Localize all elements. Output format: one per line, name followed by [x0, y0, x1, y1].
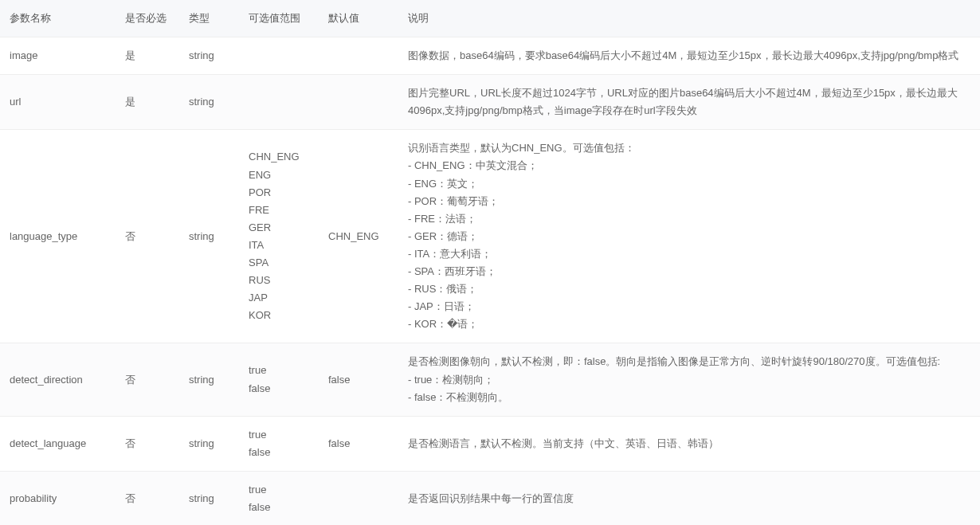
td-description: 是否检测语言，默认不检测。当前支持（中文、英语、日语、韩语） [398, 416, 980, 471]
th-default: 默认值 [319, 0, 398, 37]
th-values: 可选值范围 [239, 0, 319, 37]
td-default [319, 75, 398, 130]
td-description: 是否返回识别结果中每一行的置信度 [398, 471, 980, 525]
td-default: false [319, 343, 398, 416]
td-type: string [179, 75, 239, 130]
td-required: 否 [116, 416, 179, 471]
table-body: image是string图像数据，base64编码，要求base64编码后大小不… [0, 37, 980, 525]
td-values: true false [239, 471, 319, 525]
params-table: 参数名称 是否必选 类型 可选值范围 默认值 说明 image是string图像… [0, 0, 980, 525]
table-row: probability否stringtrue false是否返回识别结果中每一行… [0, 471, 980, 525]
table-row: image是string图像数据，base64编码，要求base64编码后大小不… [0, 37, 980, 75]
td-name: language_type [0, 130, 116, 343]
th-required: 是否必选 [116, 0, 179, 37]
td-values: true false [239, 343, 319, 416]
td-values: CHN_ENG ENG POR FRE GER ITA SPA RUS JAP … [239, 130, 319, 343]
td-type: string [179, 471, 239, 525]
table-row: url是string图片完整URL，URL长度不超过1024字节，URL对应的图… [0, 75, 980, 130]
td-name: url [0, 75, 116, 130]
td-default [319, 471, 398, 525]
td-values [239, 75, 319, 130]
td-values: true false [239, 416, 319, 471]
td-type: string [179, 130, 239, 343]
th-type: 类型 [179, 0, 239, 37]
td-required: 是 [116, 75, 179, 130]
th-description: 说明 [398, 0, 980, 37]
td-required: 否 [116, 471, 179, 525]
td-required: 是 [116, 37, 179, 75]
table-row: language_type否stringCHN_ENG ENG POR FRE … [0, 130, 980, 343]
td-name: detect_language [0, 416, 116, 471]
td-required: 否 [116, 343, 179, 416]
td-required: 否 [116, 130, 179, 343]
td-name: probability [0, 471, 116, 525]
td-default: false [319, 416, 398, 471]
td-type: string [179, 416, 239, 471]
td-description: 是否检测图像朝向，默认不检测，即：false。朝向是指输入图像是正常方向、逆时针… [398, 343, 980, 416]
td-name: image [0, 37, 116, 75]
td-values [239, 37, 319, 75]
td-default: CHN_ENG [319, 130, 398, 343]
td-type: string [179, 343, 239, 416]
table-header-row: 参数名称 是否必选 类型 可选值范围 默认值 说明 [0, 0, 980, 37]
table-row: detect_language否stringtrue falsefalse是否检… [0, 416, 980, 471]
td-description: 图像数据，base64编码，要求base64编码后大小不超过4M，最短边至少15… [398, 37, 980, 75]
td-type: string [179, 37, 239, 75]
td-description: 图片完整URL，URL长度不超过1024字节，URL对应的图片base64编码后… [398, 75, 980, 130]
table-row: detect_direction否stringtrue falsefalse是否… [0, 343, 980, 416]
th-name: 参数名称 [0, 0, 116, 37]
td-default [319, 37, 398, 75]
td-description: 识别语言类型，默认为CHN_ENG。可选值包括： - CHN_ENG：中英文混合… [398, 130, 980, 343]
td-name: detect_direction [0, 343, 116, 416]
